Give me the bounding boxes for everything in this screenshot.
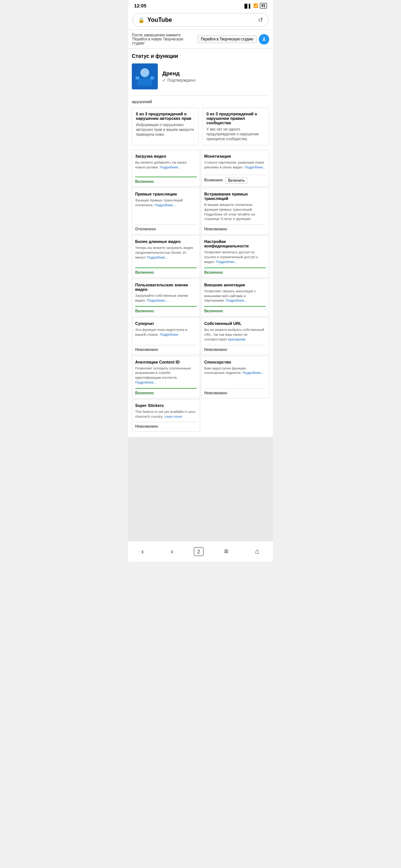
feature-livestream-status: Отключено [135, 224, 197, 231]
feature-superchat-link[interactable]: Подробнее [160, 332, 178, 336]
svg-point-1 [140, 68, 149, 77]
feature-url-status: Невозможно [204, 345, 266, 352]
feature-livestream-title: Прямые трансляции [135, 192, 197, 196]
status-time: 12:05 [134, 3, 146, 9]
signal-icon: ▐▌▌ [243, 4, 251, 8]
features-row-3b: Пользовательские значки видео Загружайте… [132, 279, 269, 316]
svg-rect-4 [150, 76, 154, 79]
warning-copyright: 0 из 3 предупреждений о нарушении авторс… [132, 108, 199, 145]
feature-long-link[interactable]: Подробнее... [147, 255, 168, 259]
feature-contentid-desc: Позволяет оспорить отклоненные возражени… [135, 366, 197, 385]
feature-upload-link[interactable]: Подробнее... [160, 165, 181, 169]
feature-privacy-desc: Позволяет включать доступ по ссылке и ог… [204, 250, 266, 264]
feature-long-title: Более длинные видео [135, 239, 197, 244]
feature-superchat: Суперчат Эта функция пока недоступна в в… [132, 317, 200, 355]
status-icons: ▐▌▌ 📶 91 [243, 3, 267, 9]
feature-thumbnails-link[interactable]: Подробнее... [147, 298, 168, 302]
feature-contentid-link[interactable]: Подробнее... [135, 380, 156, 384]
features-row-4b: Апелляции Content ID Позволяет оспорить … [132, 356, 269, 398]
lock-icon: 🔒 [138, 17, 144, 23]
warnings-section: арушений 0 из 3 предупреждений о нарушен… [132, 95, 269, 145]
feature-embed-status: Невозможно [204, 224, 266, 231]
wifi-icon: 📶 [253, 3, 258, 8]
features-row-4: Суперчат Эта функция пока недоступна в в… [132, 317, 269, 355]
svg-point-7 [142, 72, 143, 73]
url-bar-left: 🔒 YouTube [138, 17, 172, 23]
feature-privacy-status: Включено [204, 267, 266, 274]
banner-right: Перейти в Творческую студию Д [195, 34, 269, 45]
home-button[interactable]: ⌂ [249, 546, 265, 557]
feature-annotations-link[interactable]: Подробнее... [226, 298, 247, 302]
feature-embed-livestream: Встраивание прямых трансляций В вашем ак… [201, 188, 269, 234]
menu-button[interactable]: ≡ [218, 546, 234, 557]
feature-contentid: Апелляции Content ID Позволяет оспорить … [132, 356, 200, 398]
features-row-2: Прямые трансляции Функция прямых трансля… [132, 188, 269, 234]
enable-monetization-button[interactable]: Включить [225, 177, 247, 184]
verified-text: Подтверждено [167, 78, 195, 82]
banner-text: После завершения нажмите 'Перейти в нову… [132, 33, 195, 45]
feature-annotations-title: Внешние аннотации [204, 283, 266, 287]
browser-bar: 🔒 YouTube ↺ [128, 10, 273, 30]
forward-button[interactable]: › [164, 546, 179, 557]
warning-copyright-desc: Информация о нарушениях авторских прав в… [136, 122, 195, 137]
feature-contentid-title: Апелляции Content ID [135, 360, 197, 364]
feature-livestream-link[interactable]: Подробнее... [154, 203, 176, 207]
feature-upload: Загрузка видео Вы можете добавлять на ка… [132, 150, 200, 187]
feature-superchat-status: Невозможно [135, 345, 197, 352]
page-number[interactable]: 2 [194, 547, 203, 556]
feature-thumbnails-status: Включено [135, 306, 197, 313]
feature-annotations-desc: Позволяет связать аннотации с внешними в… [204, 289, 266, 303]
studio-button[interactable]: Перейти в Творческую студию [198, 35, 257, 43]
svg-point-8 [147, 72, 148, 73]
super-stickers-title: Super Stickers [135, 403, 197, 408]
url-text: YouTube [147, 17, 172, 23]
feature-upload-title: Загрузка видео [135, 154, 197, 158]
feature-privacy-link[interactable]: Подробнее... [216, 260, 237, 264]
channel-details: Дренд ✓ Подтверждено [162, 70, 195, 83]
warning-community: 0 из 3 предупреждений о нарушении правил… [202, 108, 269, 145]
feature-superchat-desc: Эта функция пока недоступна в вашей стра… [135, 328, 197, 342]
feature-url-desc: Вы не можете выбрать собственный URL, та… [204, 328, 266, 342]
feature-monetization: Монетизация Станьте партнером, разрешив … [201, 150, 269, 187]
super-stickers-status: Невозможно [135, 422, 197, 428]
main-content: Статус и функции Дренд ✓ Подтверждено [128, 49, 273, 437]
features-row-1: Загрузка видео Вы можете добавлять на ка… [132, 150, 269, 187]
user-avatar[interactable]: Д [259, 34, 269, 45]
warning-community-title: 0 из 3 предупреждений о нарушении правил… [206, 112, 265, 125]
feature-embed-desc: В вашем аккаунте отключена функция прямы… [204, 203, 266, 221]
section-subtitle: арушений [132, 99, 269, 104]
super-stickers-link[interactable]: Learn more [164, 414, 182, 418]
feature-monetization-title: Монетизация [204, 154, 266, 158]
feature-livestream-desc: Функция прямых трансляций отключена. Под… [135, 198, 197, 221]
feature-thumbnails-title: Пользовательские значки видео [135, 283, 197, 292]
feature-superchat-title: Суперчат [135, 321, 197, 326]
feature-sponsorship-status: Невозможно [204, 388, 266, 395]
feature-monetization-desc: Станьте партнером, разрешив показ реклам… [204, 160, 266, 172]
feature-upload-status: Включено [135, 177, 197, 184]
feature-thumbnails-desc: Загружайте собственные значки видео. Под… [135, 293, 197, 303]
feature-contentid-status: Включено [135, 388, 197, 395]
warnings-grid: 0 из 3 предупреждений о нарушении авторс… [132, 108, 269, 145]
back-button[interactable]: ‹ [136, 546, 150, 557]
feature-monetization-link[interactable]: Подробнее... [245, 165, 266, 169]
feature-custom-url: Собственный URL Вы не можете выбрать соб… [201, 317, 269, 355]
url-bar[interactable]: 🔒 YouTube ↺ [133, 13, 268, 27]
feature-sponsorship-title: Спонсорство [204, 360, 266, 364]
feature-url-link[interactable]: критериям. [228, 337, 246, 341]
feature-super-stickers: Super Stickers This feature is not yet a… [132, 399, 200, 432]
svg-rect-2 [137, 78, 152, 86]
feature-sponsorship-link[interactable]: Подробнее... [242, 371, 264, 375]
feature-sponsorship-desc: Вам недоступна функция спонсорских подпи… [204, 366, 266, 385]
feature-embed-title: Встраивание прямых трансляций [204, 192, 266, 201]
verified-badge: ✓ Подтверждено [162, 78, 195, 83]
feature-monetization-status: Возможно Включить [204, 175, 266, 184]
reload-button[interactable]: ↺ [258, 16, 263, 23]
feature-upload-desc: Вы можете добавлять на канал новые ролик… [135, 160, 197, 174]
feature-url-title: Собственный URL [204, 321, 266, 326]
super-stickers-desc: This feature is not yet available in you… [135, 410, 197, 419]
studio-banner: После завершения нажмите 'Перейти в нову… [128, 30, 273, 49]
feature-sponsorship: Спонсорство Вам недоступна функция спонс… [201, 356, 269, 398]
channel-info: Дренд ✓ Подтверждено [132, 63, 269, 89]
channel-name: Дренд [162, 70, 195, 76]
feature-long-desc: Теперь вы можете загружать видео продолж… [135, 246, 197, 264]
